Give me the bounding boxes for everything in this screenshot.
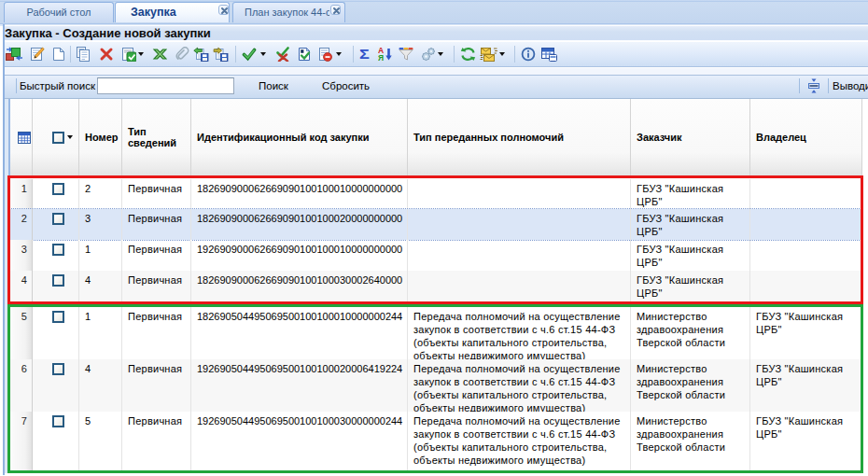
svg-text:Я: Я <box>378 53 384 62</box>
